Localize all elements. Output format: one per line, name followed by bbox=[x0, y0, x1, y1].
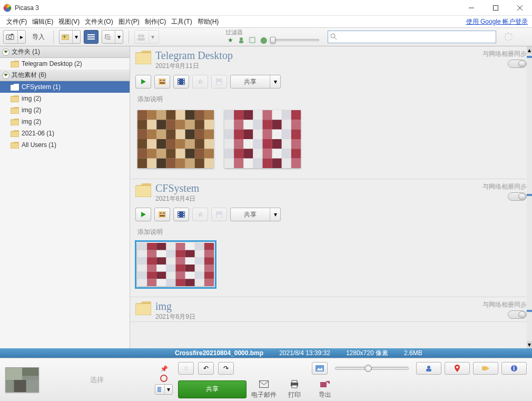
add-folder-button[interactable]: + ▾ bbox=[59, 30, 81, 44]
create-movie-button[interactable] bbox=[173, 208, 189, 221]
sync-toggle[interactable] bbox=[508, 60, 527, 68]
tray-add-button[interactable]: ▾ bbox=[155, 384, 173, 395]
create-movie-button[interactable] bbox=[173, 75, 189, 89]
svg-rect-107 bbox=[263, 110, 272, 120]
star-button[interactable]: ☆ bbox=[178, 362, 194, 375]
svg-rect-93 bbox=[195, 149, 204, 158]
menu-file[interactable]: 文件(F) bbox=[4, 16, 29, 27]
svg-rect-183 bbox=[147, 257, 156, 265]
view-tree-button[interactable]: ▾ bbox=[102, 30, 123, 44]
sidebar-other-item[interactable]: img (2) bbox=[0, 104, 130, 116]
menu-create[interactable]: 制作(C) bbox=[143, 16, 169, 27]
play-slideshow-button[interactable] bbox=[135, 208, 151, 221]
svg-rect-84 bbox=[185, 139, 195, 149]
rotate-left-button[interactable]: ↶ bbox=[198, 362, 214, 375]
tag-person-button[interactable] bbox=[416, 362, 441, 375]
sidebar-other-item[interactable]: 2021-06 (1) bbox=[0, 128, 130, 139]
share-button[interactable]: 共享 bbox=[178, 380, 247, 398]
google-login-link[interactable]: 使用 Google 帐户登录 bbox=[466, 17, 528, 26]
maximize-button[interactable] bbox=[484, 0, 508, 15]
create-collage-button[interactable] bbox=[154, 208, 170, 221]
menu-tools[interactable]: 工具(T) bbox=[169, 16, 194, 27]
filter-album-icon[interactable] bbox=[248, 35, 257, 45]
album-title[interactable]: img bbox=[155, 300, 195, 312]
album-caption[interactable]: 添加说明 bbox=[130, 226, 532, 239]
print-button[interactable]: 打印 bbox=[281, 379, 308, 399]
svg-rect-115 bbox=[263, 120, 272, 129]
clear-tray-icon[interactable] bbox=[160, 375, 168, 382]
scroll-up-icon[interactable]: ▴ bbox=[527, 46, 532, 54]
svg-rect-194 bbox=[176, 265, 185, 272]
zoom-slider[interactable] bbox=[335, 367, 409, 370]
filter-person-icon[interactable] bbox=[237, 35, 246, 45]
people-button[interactable]: ▾ bbox=[134, 30, 159, 44]
svg-rect-174 bbox=[137, 250, 147, 258]
sync-toggle[interactable] bbox=[508, 192, 527, 201]
menu-help[interactable]: 帮助(H) bbox=[195, 16, 221, 27]
photo-thumbnail[interactable] bbox=[137, 110, 214, 168]
rotate-right-button[interactable]: ↷ bbox=[218, 362, 234, 375]
import-source-button[interactable]: ▸ bbox=[3, 30, 26, 44]
search-input[interactable] bbox=[328, 31, 496, 43]
info-button[interactable]: i bbox=[501, 362, 527, 375]
svg-rect-147 bbox=[263, 159, 272, 168]
svg-rect-100 bbox=[185, 159, 195, 168]
menu-folder[interactable]: 文件夹(O) bbox=[83, 16, 115, 27]
svg-point-31 bbox=[504, 36, 505, 37]
play-slideshow-button[interactable] bbox=[135, 75, 151, 89]
save-button[interactable] bbox=[211, 208, 227, 221]
close-button[interactable] bbox=[508, 0, 532, 15]
svg-point-225 bbox=[456, 366, 458, 368]
svg-rect-70 bbox=[204, 120, 214, 129]
menu-view[interactable]: 视图(V) bbox=[56, 16, 82, 27]
filter-date-slider[interactable] bbox=[272, 39, 319, 41]
import-label[interactable]: 导入 bbox=[29, 33, 48, 42]
view-list-button[interactable] bbox=[84, 30, 98, 44]
sidebar-other-item[interactable]: CFSystem (1) bbox=[0, 81, 130, 93]
svg-rect-111 bbox=[224, 120, 234, 129]
menu-picture[interactable]: 图片(P) bbox=[116, 16, 142, 27]
minimize-button[interactable] bbox=[459, 0, 484, 15]
star-album-button[interactable]: ☆ bbox=[192, 208, 208, 221]
svg-rect-102 bbox=[204, 159, 214, 168]
album-caption[interactable]: 添加说明 bbox=[130, 93, 532, 106]
sync-toggle[interactable] bbox=[508, 310, 527, 319]
create-collage-button[interactable] bbox=[154, 75, 170, 89]
tag-button[interactable] bbox=[473, 362, 498, 375]
save-button[interactable] bbox=[211, 75, 227, 89]
pin-icon[interactable]: 📌 bbox=[160, 365, 168, 373]
sidebar-folders-header[interactable]: 文件夹 (1) bbox=[0, 46, 130, 58]
tray-thumbnail[interactable] bbox=[5, 367, 39, 393]
zoom-fit-button[interactable] bbox=[312, 362, 328, 375]
svg-rect-34 bbox=[11, 85, 19, 91]
share-button-label: 共享 bbox=[206, 385, 219, 394]
photo-thumbnail[interactable] bbox=[137, 243, 214, 286]
sidebar-other-item[interactable]: img (2) bbox=[0, 116, 130, 128]
svg-rect-211 bbox=[185, 279, 195, 286]
svg-rect-195 bbox=[185, 265, 195, 272]
sidebar-folder-item[interactable]: Telegram Desktop (2) bbox=[0, 58, 130, 70]
svg-rect-232 bbox=[320, 382, 327, 387]
geotag-button[interactable] bbox=[445, 362, 470, 375]
svg-rect-169 bbox=[166, 243, 175, 250]
star-album-button[interactable]: ☆ bbox=[192, 75, 208, 89]
svg-rect-155 bbox=[163, 212, 165, 214]
scroll-down-icon[interactable]: ▾ bbox=[527, 341, 532, 348]
menu-edit[interactable]: 编辑(E) bbox=[30, 16, 55, 27]
sidebar-other-item[interactable]: All Users (1) bbox=[0, 139, 130, 151]
export-button[interactable]: 导出 bbox=[312, 379, 338, 399]
sidebar-other-item[interactable]: img (2) bbox=[0, 93, 130, 104]
album-title[interactable]: Telegram Desktop bbox=[155, 50, 233, 62]
content-scrollbar[interactable]: ▴ ▾ bbox=[527, 46, 532, 348]
photo-thumbnail[interactable] bbox=[224, 110, 301, 168]
album-share-button[interactable]: 共享▾ bbox=[230, 208, 281, 221]
print-icon bbox=[290, 379, 299, 389]
svg-rect-160 bbox=[178, 216, 179, 217]
email-button[interactable]: 电子邮件 bbox=[251, 379, 277, 399]
album-title[interactable]: CFSystem bbox=[155, 182, 199, 194]
sidebar-other-header[interactable]: 其他素材 (6) bbox=[0, 70, 130, 81]
filter-geo-icon[interactable]: ⬤ bbox=[259, 35, 268, 45]
filter-star-icon[interactable]: ★ bbox=[225, 35, 235, 45]
album-share-button[interactable]: 共享▾ bbox=[230, 75, 281, 89]
chevron-down-icon: ▾ bbox=[164, 385, 172, 394]
